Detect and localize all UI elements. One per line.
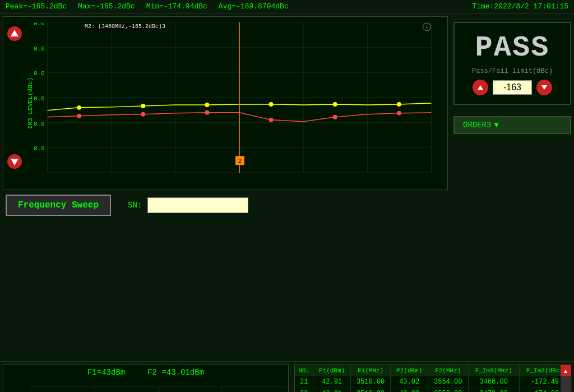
- svg-point-35: [269, 118, 274, 122]
- order-label: ORDER3: [463, 121, 491, 130]
- svg-text:-100.0: -100.0: [34, 22, 45, 27]
- svg-text:+: +: [425, 25, 428, 31]
- svg-point-33: [141, 112, 145, 117]
- top-chart-container: IM3 LEVEL(dBc) M2: (3460MHz,-165.2dBc)3: [3, 16, 448, 190]
- svg-text:-180.0: -180.0: [34, 121, 45, 127]
- down-arrow-btn[interactable]: [6, 153, 23, 173]
- svg-point-26: [77, 105, 81, 110]
- scroll-track: [561, 376, 571, 392]
- order-button[interactable]: ORDER3 ▼: [453, 116, 571, 134]
- svg-point-34: [205, 110, 209, 115]
- limit-value-input[interactable]: [493, 80, 532, 95]
- table-cell: 3550.00: [428, 388, 468, 393]
- svg-text:-120.0: -120.0: [34, 45, 45, 52]
- table-cell: 22: [295, 388, 313, 393]
- table-cell: 3510.00: [350, 388, 391, 393]
- col-p1: P1(dBm): [313, 365, 350, 376]
- pass-fail-label: Pass/Fail limit(dBc): [463, 67, 562, 75]
- svg-text:-200.0: -200.0: [34, 145, 45, 152]
- svg-point-29: [269, 102, 274, 107]
- svg-point-37: [397, 111, 401, 116]
- table-cell: 21: [295, 376, 313, 388]
- svg-text:-160.0: -160.0: [34, 95, 45, 102]
- scroll-up-button[interactable]: ▲: [561, 365, 571, 376]
- table-header-row: NO. P1(dBm) F1(MHz) P2(dBm) F2(MHz) F_Im…: [295, 365, 571, 376]
- col-p2: P2(dBm): [391, 365, 428, 376]
- col-f2: F2(MHz): [428, 365, 468, 376]
- table-body: 2142.913510.0043.023554.003466.00-172.49…: [295, 376, 571, 392]
- avg-stat: Avg=-169.8704dBc: [219, 2, 289, 11]
- bottom-chart-title: F1=43dBm F2 =43.01dBm: [3, 365, 288, 380]
- limit-down-button[interactable]: [536, 80, 552, 95]
- right-panel: PASS Pass/Fail limit(dBc): [451, 13, 574, 361]
- pass-box: PASS Pass/Fail limit(dBc): [453, 22, 571, 105]
- chevron-down-icon: ▼: [494, 121, 498, 130]
- pass-result: PASS: [463, 31, 562, 64]
- sn-label: SN:: [128, 201, 142, 210]
- bottom-left-chart: F1=43dBm F2 =43.01dBm Tx LEVEL(dBm) 50.0…: [3, 365, 289, 392]
- data-table-container: NO. P1(dBm) F1(MHz) P2(dBm) F2(MHz) F_Im…: [294, 365, 571, 392]
- limit-up-button[interactable]: [473, 80, 488, 95]
- table-cell: 42.91: [313, 376, 350, 388]
- svg-point-31: [397, 102, 401, 107]
- f1-label: F1=43dBm: [87, 368, 125, 377]
- timestamp: Time:2022/8/2 17:01:15: [472, 2, 568, 11]
- table-cell: 3470.00: [468, 388, 519, 393]
- table-cell: 42.91: [313, 388, 350, 393]
- table-cell: 43.02: [391, 376, 428, 388]
- col-no: NO.: [295, 365, 313, 376]
- top-stats-bar: Peak=-165.2dBc Max=-165.2dBc Min=-174.94…: [0, 0, 574, 13]
- table-row: 2142.913510.0043.023554.003466.00-172.49: [295, 376, 571, 388]
- top-chart-y-label: IM3 LEVEL(dBc): [27, 77, 34, 129]
- pass-fail-controls: [463, 80, 562, 95]
- svg-point-36: [333, 115, 337, 119]
- max-stat: Max=-165.2dBc: [78, 2, 135, 11]
- svg-text:-140.0: -140.0: [34, 70, 45, 77]
- min-stat: Min=-174.94dBc: [146, 2, 207, 11]
- svg-point-30: [333, 102, 337, 107]
- freq-sweep-button[interactable]: Frequency Sweep: [6, 195, 111, 216]
- svg-point-32: [77, 114, 81, 118]
- left-panel: IM3 LEVEL(dBc) M2: (3460MHz,-165.2dBc)3: [0, 13, 451, 361]
- controls-row: Frequency Sweep SN:: [3, 190, 448, 220]
- table-row: 2242.913510.0043.003550.003470.00-174.00: [295, 388, 571, 393]
- svg-point-28: [205, 103, 209, 107]
- f2-label: F2 =43.01dBm: [147, 368, 204, 377]
- top-chart-svg: -100.0 -120.0 -140.0 -160.0 -180.0 -200.…: [34, 22, 445, 173]
- peak-stat: Peak=-165.2dBc: [6, 2, 67, 11]
- data-table: NO. P1(dBm) F1(MHz) P2(dBm) F2(MHz) F_Im…: [295, 365, 571, 392]
- svg-point-27: [141, 104, 145, 108]
- col-f1: F1(MHz): [350, 365, 391, 376]
- scrollbar: ▲ ▼: [561, 365, 571, 392]
- bottom-area: F1=43dBm F2 =43.01dBm Tx LEVEL(dBm) 50.0…: [0, 361, 574, 392]
- sn-input[interactable]: [147, 197, 248, 213]
- bottom-chart-svg: 50.0 40.0 30.0 20.0 10.0 0.0 3510.0 3526…: [31, 385, 285, 392]
- col-fim3: F_Im3(MHz): [468, 365, 519, 376]
- table-cell: 3510.00: [350, 376, 391, 388]
- table-cell: 3466.00: [468, 376, 519, 388]
- svg-text:2: 2: [238, 158, 242, 164]
- stats-left: Peak=-165.2dBc Max=-165.2dBc Min=-174.94…: [6, 2, 289, 11]
- table-cell: 3554.00: [428, 376, 468, 388]
- up-arrow-btn[interactable]: [6, 25, 23, 45]
- main-area: IM3 LEVEL(dBc) M2: (3460MHz,-165.2dBc)3: [0, 13, 574, 361]
- table-cell: 43.00: [391, 388, 428, 393]
